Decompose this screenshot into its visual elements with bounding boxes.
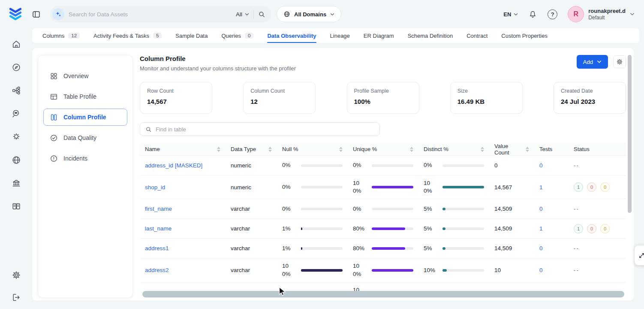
logout-icon[interactable] [12, 293, 21, 302]
sort-ascending-caret [410, 147, 413, 149]
column-header-distinct[interactable]: Distinct % [418, 146, 489, 152]
column-header-unique[interactable]: Unique % [348, 146, 418, 152]
column-header-name[interactable]: Name [140, 146, 226, 152]
column-header-null[interactable]: Null % [277, 146, 348, 152]
table-search-bar[interactable] [140, 122, 380, 136]
observability-icon[interactable] [12, 109, 21, 118]
column-name-link[interactable]: address1 [145, 245, 169, 251]
knowledge-center-icon[interactable] [12, 202, 21, 211]
status-cell: 100 [569, 179, 618, 196]
data-type-cell: numeric [226, 180, 277, 194]
sidebar-item-column-profile[interactable]: Column Profile [43, 109, 127, 126]
sort-icon[interactable] [336, 147, 343, 152]
tests-count-link[interactable]: 1 [539, 184, 543, 191]
main-panel: Column Profile Monitor and understand yo… [140, 55, 626, 298]
topology-icon[interactable] [12, 86, 21, 95]
vertical-scrollbar-thumb[interactable] [628, 55, 632, 213]
tab-sample-data[interactable]: Sample Data [175, 28, 208, 43]
success-count-badge: 1 [574, 182, 583, 192]
page-title: Column Profile [140, 55, 296, 62]
domains-icon[interactable] [12, 155, 21, 165]
explore-icon[interactable] [12, 63, 21, 72]
unique-cell: 0% [348, 201, 418, 217]
sidebar-item-incidents[interactable]: Incidents [43, 150, 127, 167]
ai-sparkle-icon[interactable] [52, 8, 64, 20]
column-header-tests: Tests [534, 146, 569, 152]
settings-button[interactable] [613, 55, 626, 68]
tab-contract[interactable]: Contract [466, 28, 488, 43]
stat-card-row-count: Row Count14,567 [140, 82, 212, 114]
tests-count-link[interactable]: 0 [539, 245, 543, 251]
null-cell: 0% [277, 158, 348, 173]
language-selector[interactable]: EN [503, 11, 518, 18]
column-profile-table: NameData TypeNull %Unique %Distinct %Val… [140, 143, 626, 297]
add-button[interactable]: Add [577, 55, 608, 69]
user-profile-menu[interactable]: R rounakpreet.d Default [568, 6, 635, 22]
stat-card-column-count: Column Count12 [243, 82, 316, 114]
check-circle-icon [50, 134, 58, 142]
column-name-link[interactable]: shop_id [145, 184, 165, 191]
settings-icon[interactable] [12, 270, 21, 280]
insights-icon[interactable] [12, 132, 21, 142]
sidebar-item-data-quality[interactable]: Data Quality [43, 129, 127, 146]
column-header-value-count[interactable]: Value Count [489, 143, 534, 156]
find-in-table-input[interactable] [156, 126, 374, 133]
tests-count-link[interactable]: 1 [539, 225, 543, 232]
sort-icon[interactable] [265, 147, 272, 152]
stat-label: Created Date [561, 88, 619, 94]
sort-icon[interactable] [522, 147, 529, 152]
column-name-link[interactable]: first_name [145, 206, 172, 212]
value-count-cell: 14,567 [489, 180, 534, 194]
globe-icon [283, 11, 290, 18]
gear-icon [616, 58, 623, 65]
horizontal-scrollbar-thumb[interactable] [142, 291, 624, 297]
column-header-data-type[interactable]: Data Type [226, 146, 277, 152]
sort-ascending-caret [526, 147, 529, 149]
name-cell: shop_id [140, 180, 226, 194]
column-name-link[interactable]: last_name [145, 225, 172, 232]
unique-bar [372, 208, 413, 210]
tab-lineage[interactable]: Lineage [330, 28, 350, 43]
tab-columns[interactable]: Columns12 [42, 28, 80, 43]
sidebar-item-overview[interactable]: Overview [43, 67, 127, 85]
null-bar [301, 247, 343, 250]
tests-count-link[interactable]: 0 [539, 162, 543, 169]
global-search-bar[interactable]: All [50, 6, 271, 22]
search-icon[interactable] [258, 11, 265, 18]
home-icon[interactable] [12, 39, 21, 49]
sort-icon[interactable] [214, 147, 220, 152]
sidebar-item-label: Overview [63, 73, 88, 79]
table-header-row: NameData TypeNull %Unique %Distinct %Val… [140, 143, 626, 156]
notifications-bell-icon[interactable] [528, 10, 537, 19]
sidebar-item-table-profile[interactable]: Table Profile [43, 88, 127, 105]
governance-icon[interactable] [12, 179, 21, 188]
column-name-link[interactable]: address2 [145, 267, 169, 273]
table-row: address1varchar1%80%5%14,5090-- [140, 239, 626, 258]
app-logo-icon[interactable] [7, 6, 24, 23]
table-icon [50, 93, 58, 101]
expand-panel-button[interactable] [635, 245, 644, 265]
tab-queries[interactable]: Queries0 [221, 28, 253, 43]
sidebar-toggle-icon[interactable] [32, 10, 41, 19]
tab-activity-feeds-tasks[interactable]: Activity Feeds & Tasks5 [93, 28, 162, 43]
search-scope-select[interactable]: All [236, 11, 249, 18]
main-header: Column Profile Monitor and understand yo… [140, 55, 626, 72]
domains-selector[interactable]: All Domains [277, 6, 341, 22]
tab-schema-definition[interactable]: Schema Definition [408, 28, 453, 43]
tab-data-observability[interactable]: Data Observability [267, 28, 316, 43]
tab-er-diagram[interactable]: ER Diagram [364, 28, 394, 43]
sort-icon[interactable] [406, 147, 413, 152]
status-badges: 100 [574, 182, 613, 192]
tests-count-link[interactable]: 0 [539, 206, 543, 212]
unique-value: 100% [353, 179, 367, 195]
tests-count-link[interactable]: 0 [539, 267, 543, 273]
aborted-count-badge: 0 [600, 224, 610, 233]
distinct-cell: 5% [418, 221, 489, 236]
column-name-link[interactable]: address_id [MASKED] [145, 162, 202, 169]
distinct-cell: 5% [418, 241, 489, 256]
help-icon[interactable]: ? [548, 9, 557, 19]
column-header-status: Status [569, 146, 618, 152]
sort-icon[interactable] [477, 147, 484, 152]
tab-custom-properties[interactable]: Custom Properties [501, 28, 548, 43]
search-input[interactable] [69, 11, 232, 18]
